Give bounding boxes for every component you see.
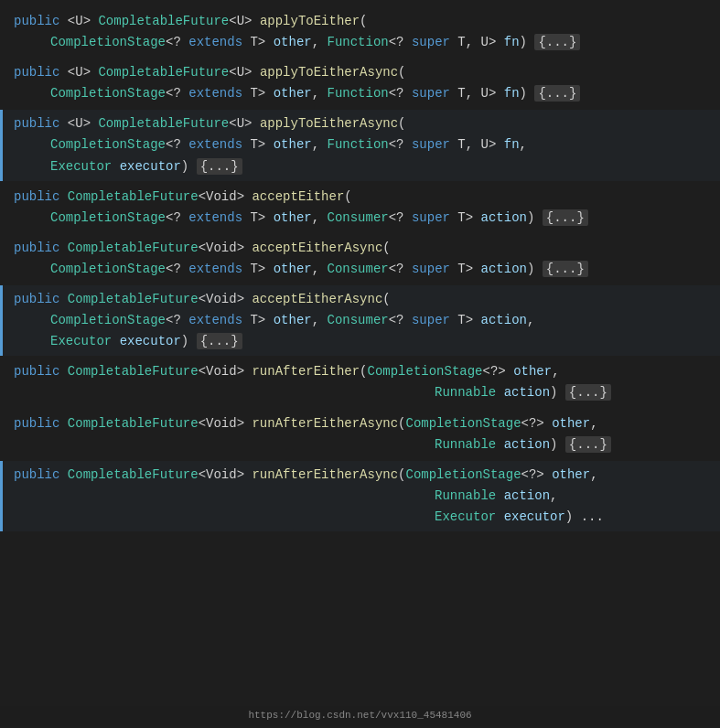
code-line: Runnable action, xyxy=(3,486,720,507)
token-punctuation xyxy=(496,488,503,503)
token-type-name: CompletionStage xyxy=(50,35,166,49)
token-type-name: Function xyxy=(328,35,389,49)
token-param-name: action xyxy=(481,313,527,327)
token-kw-extends: extends xyxy=(188,35,242,49)
token-type-name: CompletableFuture xyxy=(98,14,229,28)
code-block-block1: public <U> CompletableFuture<U> applyToE… xyxy=(0,7,720,57)
code-block-block6: public CompletableFuture<Void> acceptEit… xyxy=(0,285,720,356)
token-punctuation xyxy=(59,467,67,482)
token-generic: <Void> xyxy=(199,292,253,306)
token-punctuation: ( xyxy=(382,292,390,306)
token-generic: <Void> xyxy=(199,241,253,255)
token-type-name: Consumer xyxy=(328,210,389,225)
token-body-placeholder: {...} xyxy=(543,261,588,277)
code-block-block4: public CompletableFuture<Void> acceptEit… xyxy=(0,183,720,232)
token-param-name: other xyxy=(552,467,590,482)
token-generic: <?> xyxy=(521,416,553,431)
token-punctuation: ( xyxy=(382,241,390,255)
token-generic: <? xyxy=(389,86,412,101)
token-separator: , xyxy=(312,313,328,327)
token-punctuation xyxy=(59,416,67,431)
token-generic: T> xyxy=(242,313,274,327)
token-type-name: CompletionStage xyxy=(368,364,483,379)
token-type-name: CompletionStage xyxy=(50,262,166,276)
token-method-name: applyToEither xyxy=(260,14,360,28)
code-block-block3: public <U> CompletableFuture<U> applyToE… xyxy=(0,110,720,180)
token-generic: <? xyxy=(389,313,412,327)
token-punctuation: ) xyxy=(520,35,535,49)
code-line: public CompletableFuture<Void> acceptEit… xyxy=(3,289,720,310)
token-generic: <?> xyxy=(483,364,514,379)
token-type-name: Runnable xyxy=(435,437,496,452)
token-param-name: other xyxy=(274,210,312,225)
token-kw-extends: extends xyxy=(188,262,242,276)
token-kw-public: public xyxy=(14,116,59,131)
token-type-name: CompletableFuture xyxy=(68,364,199,379)
token-type-name: CompletableFuture xyxy=(98,116,229,131)
token-param-name: action xyxy=(481,210,527,225)
token-type-name: CompletableFuture xyxy=(68,416,199,431)
token-generic: T, U> xyxy=(450,137,504,152)
token-body-placeholder: {...} xyxy=(197,158,242,175)
code-line: public CompletableFuture<Void> acceptEit… xyxy=(3,187,720,208)
token-type-name: CompletableFuture xyxy=(98,65,229,80)
token-kw-public: public xyxy=(14,416,59,431)
token-generic: T, U> xyxy=(450,35,504,49)
token-generic: T> xyxy=(450,313,481,327)
code-line: CompletionStage<? extends T> other, Func… xyxy=(3,32,720,53)
token-generic: T> xyxy=(242,210,274,225)
token-type-name: Consumer xyxy=(328,262,389,276)
token-type-name: Consumer xyxy=(328,313,389,327)
token-body-placeholder: {...} xyxy=(565,436,611,453)
token-punctuation: ) ... xyxy=(565,509,604,524)
token-type-name: CompletableFuture xyxy=(68,189,199,204)
token-separator: , xyxy=(312,210,328,225)
token-punctuation: ) xyxy=(527,262,543,276)
token-separator: , xyxy=(312,262,328,276)
token-separator: , xyxy=(312,137,328,152)
token-punctuation: ( xyxy=(398,467,405,482)
token-punctuation: ) xyxy=(527,210,543,225)
token-body-placeholder: {...} xyxy=(197,333,242,349)
token-separator: , xyxy=(552,364,559,379)
token-type-name: CompletableFuture xyxy=(68,467,199,482)
code-block-block7: public CompletableFuture<Void> runAfterE… xyxy=(0,358,720,407)
code-line: public <U> CompletableFuture<U> applyToE… xyxy=(3,11,720,32)
token-type-name: Executor xyxy=(50,159,112,174)
token-punctuation: ( xyxy=(398,116,405,131)
token-type-name: CompletionStage xyxy=(50,313,166,327)
token-type-name: CompletableFuture xyxy=(68,292,199,306)
token-generic: <Void> xyxy=(199,416,253,431)
token-generic: <U> xyxy=(229,65,260,80)
code-line: Executor executor) ... xyxy=(3,507,720,528)
token-method-name: applyToEitherAsync xyxy=(260,65,398,80)
token-punctuation xyxy=(112,159,119,174)
token-punctuation: ( xyxy=(398,65,405,80)
token-param-name: executor xyxy=(120,159,181,174)
token-generic: <? xyxy=(166,313,188,327)
token-generic: <? xyxy=(166,210,188,225)
token-kw-super: super xyxy=(412,313,450,327)
token-generic: <?> xyxy=(521,467,553,482)
token-body-placeholder: {...} xyxy=(534,34,580,50)
code-container: public <U> CompletableFuture<U> applyToE… xyxy=(0,0,720,541)
token-generic: T> xyxy=(242,86,274,101)
token-punctuation: ) xyxy=(181,159,197,174)
token-method-name: acceptEitherAsync xyxy=(252,241,382,255)
token-punctuation xyxy=(496,385,503,400)
code-line: public CompletableFuture<Void> acceptEit… xyxy=(3,238,720,259)
code-line: CompletionStage<? extends T> other, Func… xyxy=(3,134,720,155)
token-type-name: CompletionStage xyxy=(50,137,166,152)
token-kw-super: super xyxy=(412,210,450,225)
token-param-name: other xyxy=(274,86,312,101)
token-type-name: Runnable xyxy=(435,488,496,503)
token-param-name: other xyxy=(274,313,312,327)
token-body-placeholder: {...} xyxy=(543,209,588,226)
code-line: public <U> CompletableFuture<U> applyToE… xyxy=(3,62,720,83)
token-punctuation: ) xyxy=(520,86,535,101)
code-block-block5: public CompletableFuture<Void> acceptEit… xyxy=(0,234,720,284)
token-kw-extends: extends xyxy=(188,86,242,101)
token-kw-super: super xyxy=(412,86,450,101)
token-method-name: applyToEitherAsync xyxy=(260,116,398,131)
token-punctuation: ( xyxy=(344,189,351,204)
